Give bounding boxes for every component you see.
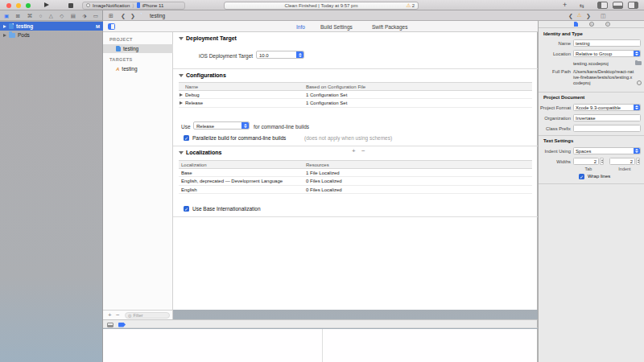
toggle-projects-list-icon[interactable] bbox=[108, 23, 115, 30]
section-disclosure-icon[interactable] bbox=[179, 151, 184, 154]
debug-navigator-icon[interactable]: ▤ bbox=[71, 13, 76, 19]
organization-field[interactable]: Invertase bbox=[573, 114, 641, 121]
project-item-testing[interactable]: testing bbox=[103, 44, 173, 53]
section-configurations[interactable]: Configurations bbox=[179, 72, 226, 78]
close-window-button[interactable] bbox=[6, 3, 11, 8]
run-destination[interactable]: iPhone 11 bbox=[142, 3, 164, 8]
previous-issue-icon[interactable]: ❮ bbox=[568, 13, 573, 19]
scheme-app-icon bbox=[86, 3, 90, 7]
dropdown-arrows-icon bbox=[296, 51, 303, 58]
breakpoint-navigator-icon[interactable]: ⬗ bbox=[82, 13, 86, 19]
remove-target-button[interactable]: − bbox=[116, 312, 120, 319]
folder-icon[interactable] bbox=[635, 61, 642, 65]
table-row-base[interactable]: Base 1 File Localized bbox=[179, 169, 532, 178]
hide-debug-area-icon[interactable] bbox=[107, 323, 114, 327]
remove-configuration-button[interactable]: − bbox=[361, 148, 365, 154]
filter-input[interactable]: ◎ Filter bbox=[125, 312, 170, 319]
source-control-navigator-icon[interactable]: ⊠ bbox=[16, 13, 20, 19]
zoom-window-button[interactable] bbox=[26, 3, 31, 8]
table-row-debug[interactable]: Debug 1 Configuration Set bbox=[179, 91, 532, 100]
add-configuration-button[interactable]: + bbox=[352, 148, 356, 154]
parallelize-checkbox[interactable] bbox=[184, 135, 189, 141]
disclosure-icon[interactable] bbox=[3, 34, 6, 37]
project-group-header: PROJECT bbox=[109, 37, 133, 42]
project-info-form: Deployment Target iOS Deployment Target … bbox=[173, 32, 538, 310]
inspector-panel: ◷ ? Identity and Type Name testing Locat… bbox=[538, 21, 644, 362]
command-line-configuration-dropdown[interactable]: Release bbox=[193, 121, 250, 130]
configurations-table: Name Based on Configuration File Debug 1… bbox=[179, 82, 532, 108]
disclosure-icon[interactable] bbox=[180, 93, 183, 97]
tab-width-field[interactable]: 2 bbox=[573, 158, 599, 165]
tab-info[interactable]: Info bbox=[296, 24, 305, 30]
debug-console-pane[interactable] bbox=[323, 329, 538, 362]
next-issue-icon[interactable]: ❯ bbox=[586, 13, 591, 19]
add-editor-icon[interactable]: ◫ bbox=[601, 13, 606, 19]
base-internationalization-checkbox[interactable] bbox=[184, 206, 189, 212]
class-prefix-field[interactable] bbox=[573, 125, 641, 132]
class-prefix-label: Class Prefix bbox=[539, 126, 571, 131]
toggle-navigator-button[interactable] bbox=[597, 2, 608, 9]
projects-targets-list: PROJECT testing TARGETS A testing bbox=[103, 32, 173, 310]
ios-deployment-target-dropdown[interactable]: 10.0 bbox=[256, 51, 304, 59]
indent-using-dropdown[interactable]: Spaces bbox=[573, 147, 641, 154]
report-navigator-icon[interactable]: ▭ bbox=[93, 13, 98, 19]
stop-icon[interactable] bbox=[68, 3, 73, 8]
table-row-english-deprecated[interactable]: English, deprecated — Development Langua… bbox=[179, 177, 532, 186]
indent-width-field[interactable]: 2 bbox=[609, 158, 635, 165]
table-row-release[interactable]: Release 1 Configuration Set bbox=[179, 99, 532, 108]
section-disclosure-icon[interactable] bbox=[179, 74, 184, 77]
indent-width-stepper[interactable] bbox=[636, 158, 640, 165]
project-format-dropdown[interactable]: Xcode 9.3-compatible bbox=[573, 104, 641, 111]
column-localization: Localization bbox=[181, 162, 207, 167]
breakpoints-toggle-icon[interactable] bbox=[118, 323, 126, 327]
toggle-debug-area-button[interactable] bbox=[613, 2, 623, 9]
location-dropdown[interactable]: Relative to Group bbox=[573, 50, 641, 57]
table-row-english[interactable]: English 0 Files Localized bbox=[179, 186, 532, 195]
project-file-icon bbox=[9, 23, 14, 30]
debug-pane-divider[interactable] bbox=[322, 329, 323, 362]
section-localizations[interactable]: Localizations bbox=[179, 150, 221, 155]
navigator-item-pods[interactable]: Pods bbox=[0, 31, 103, 39]
minimize-window-button[interactable] bbox=[16, 3, 21, 8]
inspector-divider bbox=[539, 92, 644, 93]
scheme-selector[interactable]: ImageNotification ⟩ iPhone 11 bbox=[82, 2, 185, 10]
wrap-lines-checkbox[interactable] bbox=[579, 174, 584, 179]
toggle-inspector-button[interactable] bbox=[628, 2, 638, 9]
section-disclosure-icon[interactable] bbox=[179, 37, 184, 40]
test-navigator-icon[interactable]: ◇ bbox=[60, 13, 64, 19]
tab-width-stepper[interactable] bbox=[600, 158, 604, 165]
use-suffix-label: for command-line builds bbox=[254, 124, 309, 130]
library-button[interactable]: + bbox=[563, 2, 567, 9]
related-items-icon[interactable]: ⊞ bbox=[109, 13, 114, 19]
scheme-separator-icon: ⟩ bbox=[132, 2, 134, 8]
quick-help-inspector-icon[interactable]: ? bbox=[605, 22, 610, 27]
symbol-navigator-icon[interactable]: ⌘ bbox=[27, 13, 33, 19]
issue-navigator-icon[interactable]: △ bbox=[49, 13, 53, 19]
navigator-item-testing[interactable]: testing M bbox=[0, 22, 103, 31]
target-item-testing[interactable]: A testing bbox=[103, 64, 173, 73]
code-review-button[interactable]: ⇆ bbox=[580, 2, 584, 10]
inspector-divider bbox=[539, 183, 644, 184]
reveal-arrow-icon[interactable]: → bbox=[637, 80, 642, 85]
find-navigator-icon[interactable]: ○ bbox=[39, 13, 42, 19]
back-icon[interactable]: ❮ bbox=[121, 13, 126, 19]
debug-variables-pane[interactable] bbox=[103, 329, 322, 362]
file-inspector-icon[interactable] bbox=[574, 22, 578, 27]
add-target-button[interactable]: + bbox=[108, 312, 112, 319]
history-inspector-icon[interactable]: ◷ bbox=[589, 22, 594, 27]
disclosure-icon[interactable] bbox=[3, 25, 6, 28]
project-navigator-icon[interactable]: ▣ bbox=[4, 13, 9, 19]
scheme-name[interactable]: ImageNotification bbox=[93, 3, 130, 8]
tab-build-settings[interactable]: Build Settings bbox=[320, 24, 353, 30]
dropdown-arrows-icon bbox=[242, 122, 249, 129]
jumpbar-file-name[interactable]: testing bbox=[150, 13, 165, 19]
name-field[interactable]: testing bbox=[573, 39, 641, 47]
section-deployment-target[interactable]: Deployment Target bbox=[179, 35, 237, 41]
disclosure-icon[interactable] bbox=[180, 101, 183, 105]
forward-icon[interactable]: ❯ bbox=[130, 13, 135, 19]
identity-and-type-header: Identity and Type bbox=[543, 31, 583, 36]
run-icon[interactable] bbox=[44, 2, 49, 7]
warning-count-badge[interactable]: ⚠ 2 bbox=[407, 3, 415, 8]
parallelize-note: (does not apply when using schemes) bbox=[304, 135, 392, 141]
tab-swift-packages[interactable]: Swift Packages bbox=[372, 24, 407, 30]
